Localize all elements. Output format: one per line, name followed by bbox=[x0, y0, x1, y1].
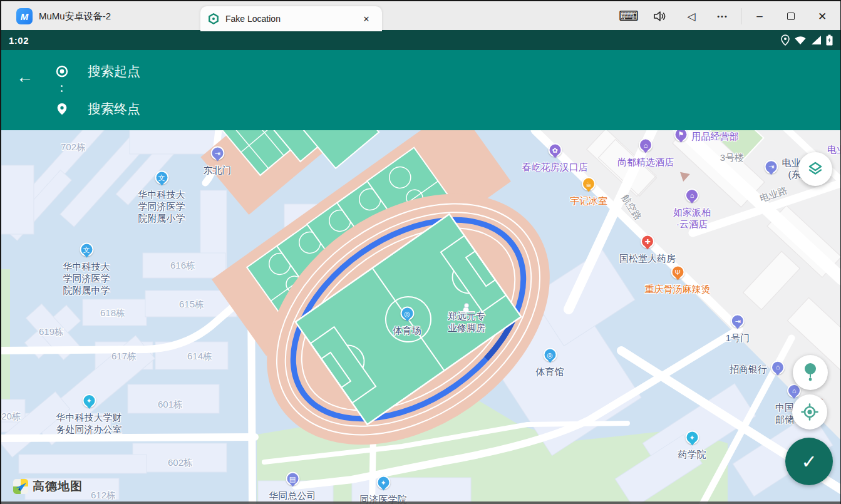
map-label-huatong-company[interactable]: ▤华同总公司 bbox=[269, 490, 316, 501]
huatong-company-pin-icon[interactable]: ▤ bbox=[286, 472, 299, 486]
tab-label: Fake Location bbox=[225, 14, 358, 24]
wifi-icon bbox=[794, 35, 807, 45]
title-bar: M MuMu安卓设备-2 Fake Location ✕ ⌨ ◁ ••• – bbox=[1, 0, 840, 30]
map-label-bldg-602[interactable]: 602栋 bbox=[168, 456, 193, 468]
hotel-homeinn-pin-icon[interactable]: ⌂ bbox=[685, 188, 699, 202]
balloon-marker-icon bbox=[802, 363, 818, 383]
end-point-icon bbox=[55, 102, 69, 116]
middle-school-pin-icon[interactable]: 文 bbox=[80, 243, 93, 257]
android-back-button[interactable]: ◁ bbox=[676, 1, 707, 31]
map-label-cmb-bank[interactable]: ⌂招商银行 bbox=[730, 363, 767, 375]
map-label-pharmacy-college[interactable]: ✦药学院 bbox=[678, 448, 706, 460]
map-label-bldg-614[interactable]: 614栋 bbox=[187, 350, 212, 362]
finance-office-pin-icon[interactable]: ✦ bbox=[82, 394, 96, 408]
tongji-medical-college-pin-icon[interactable]: ✦ bbox=[376, 476, 390, 490]
map-label-text: 华中科技大学同济医学院附属小学 bbox=[138, 188, 185, 224]
maximize-button[interactable] bbox=[775, 1, 807, 31]
gymnasium-pin-icon[interactable]: ◎ bbox=[543, 348, 557, 362]
map-label-bldg-20[interactable]: 20栋 bbox=[1, 410, 21, 422]
report-location-button[interactable] bbox=[793, 355, 828, 390]
map-canvas[interactable]: 702栋⇥东北门文华中科技大学同济医学院附属小学文华中科技大学同济医学院附属中学… bbox=[1, 130, 841, 504]
emulator-window: M MuMu安卓设备-2 Fake Location ✕ ⌨ ◁ ••• – bbox=[0, 0, 841, 504]
map-label-text: 如家派柏·云酒店 bbox=[673, 206, 711, 230]
pharmacy-college-pin-icon[interactable]: ✦ bbox=[685, 431, 699, 445]
map-label-gymnasium[interactable]: ◎体育馆 bbox=[536, 366, 564, 378]
map-label-restaurant-malatang[interactable]: Ψ重庆骨汤麻辣烫 bbox=[645, 283, 711, 295]
gate-northeast-pin-icon[interactable]: ⇥ bbox=[210, 147, 224, 160]
dianye-village-pin-icon[interactable]: ⇥ bbox=[765, 160, 778, 173]
confirm-location-fab[interactable]: ✓ bbox=[785, 438, 833, 485]
map-label-dianye-partial[interactable]: 电业 bbox=[827, 143, 841, 155]
volume-icon bbox=[654, 11, 666, 22]
android-status-bar: 1:02 bbox=[1, 30, 840, 50]
more-dots-icon: ••• bbox=[717, 13, 728, 20]
tab-close-button[interactable]: ✕ bbox=[358, 11, 374, 27]
map-label-ice-shop[interactable]: ☕宇记冰室 bbox=[570, 195, 607, 207]
map-layers-button[interactable] bbox=[798, 152, 832, 186]
start-placeholder: 搜索起点 bbox=[88, 63, 140, 80]
map-label-bldg-612[interactable]: 612栋 bbox=[91, 489, 116, 501]
layers-icon bbox=[807, 161, 823, 177]
hotel-shangdu-pin-icon[interactable]: ⌂ bbox=[639, 138, 653, 152]
map-label-text: 3号楼 bbox=[720, 152, 744, 163]
map-label-text: 612栋 bbox=[91, 489, 116, 501]
map-label-text: 615栋 bbox=[179, 298, 204, 310]
map-label-bldg-617[interactable]: 617栋 bbox=[111, 350, 137, 362]
map-label-text: 体育场 bbox=[393, 324, 421, 336]
amap-attribution: 高德地图 bbox=[13, 478, 83, 495]
volume-button[interactable] bbox=[644, 1, 676, 31]
primary-school-pin-icon[interactable]: 文 bbox=[155, 171, 168, 185]
map-label-hotel-shangdu[interactable]: ⌂尚都精选酒店 bbox=[617, 156, 674, 168]
pharmacy-guosongtang-pin-icon[interactable]: ✚ bbox=[641, 235, 654, 249]
map-label-text: 国松堂大药房 bbox=[619, 252, 676, 264]
my-location-button[interactable] bbox=[792, 394, 827, 429]
map-label-text: 华中科技大学同济医学院附属中学 bbox=[63, 260, 110, 296]
map-label-bldg-619[interactable]: 619栋 bbox=[39, 326, 64, 337]
map-label-text: 重庆骨汤麻辣烫 bbox=[645, 283, 711, 295]
gate-no1-pin-icon[interactable]: ⇥ bbox=[731, 314, 745, 328]
restaurant-malatang-pin-icon[interactable]: Ψ bbox=[671, 265, 684, 279]
minimize-button[interactable]: – bbox=[744, 1, 775, 31]
close-icon: ✕ bbox=[818, 10, 827, 23]
map-label-bldg-618[interactable]: 618栋 bbox=[100, 307, 125, 319]
search-start-field[interactable]: 搜索起点 bbox=[55, 58, 140, 85]
map-label-primary-school[interactable]: 文华中科技大学同济医学院附属小学 bbox=[138, 188, 185, 224]
map-label-text: 用品经营部 bbox=[692, 130, 739, 142]
close-button[interactable]: ✕ bbox=[807, 1, 838, 31]
map-label-text: 郑远元专业修脚房 bbox=[448, 310, 485, 334]
map-label-pharmacy-guosongtang[interactable]: ✚国松堂大药房 bbox=[619, 252, 676, 264]
map-label-finance-office[interactable]: ✦华中科技大学财务处同济办公室 bbox=[56, 411, 122, 435]
tab-fake-location[interactable]: Fake Location ✕ bbox=[200, 6, 382, 31]
locate-crosshair-icon bbox=[801, 403, 818, 421]
ice-shop-pin-icon[interactable]: ☕ bbox=[582, 177, 596, 191]
map-label-bldg-601[interactable]: 601栋 bbox=[158, 398, 183, 410]
map-label-gate-northeast[interactable]: ⇥东北门 bbox=[204, 164, 232, 176]
map-label-flower-shop[interactable]: ✿春屹花房汉口店 bbox=[522, 161, 588, 173]
map-label-hotel-homeinn[interactable]: ⌂如家派柏·云酒店 bbox=[673, 206, 711, 230]
map-label-middle-school[interactable]: 文华中科技大学同济医学院附属中学 bbox=[63, 260, 110, 296]
map-label-text: 601栋 bbox=[158, 398, 183, 410]
map-label-stadium[interactable]: ◎体育场 bbox=[393, 324, 421, 336]
map-label-bldg-616[interactable]: 616栋 bbox=[170, 259, 195, 271]
map-label-gate-no1[interactable]: ⇥1号门 bbox=[726, 332, 750, 344]
stadium-pin-icon[interactable]: ◎ bbox=[400, 307, 414, 321]
map-label-text: 尚都精选酒店 bbox=[617, 156, 674, 168]
map-label-text: 宇记冰室 bbox=[570, 195, 607, 207]
keyboard-icon: ⌨ bbox=[619, 8, 639, 24]
cmb-bank-pin-icon[interactable]: ⌂ bbox=[771, 360, 785, 374]
more-options-button[interactable]: ••• bbox=[707, 1, 738, 31]
map-label-bldg-615[interactable]: 615栋 bbox=[179, 298, 204, 310]
map-label-supplies-store[interactable]: ⚑用品经营部 bbox=[692, 130, 739, 142]
flower-shop-pin-icon[interactable]: ✿ bbox=[548, 143, 562, 157]
map-label-text: 东北门 bbox=[204, 164, 232, 176]
amap-attribution-text: 高德地图 bbox=[33, 478, 83, 495]
map-label-bldg-no3[interactable]: 3号楼 bbox=[720, 152, 744, 163]
map-label-bldg-702[interactable]: 702栋 bbox=[61, 141, 86, 153]
back-arrow-button[interactable]: ← bbox=[16, 69, 33, 86]
start-point-icon bbox=[55, 64, 69, 78]
search-end-field[interactable]: 搜索终点 bbox=[55, 95, 140, 123]
keyboard-button[interactable]: ⌨ bbox=[613, 1, 644, 31]
map-label-text: 体育馆 bbox=[536, 366, 564, 378]
map-label-text: 招商银行 bbox=[730, 363, 767, 375]
map-label-pedicure-shop[interactable]: 郑远元专业修脚房 bbox=[448, 310, 485, 334]
